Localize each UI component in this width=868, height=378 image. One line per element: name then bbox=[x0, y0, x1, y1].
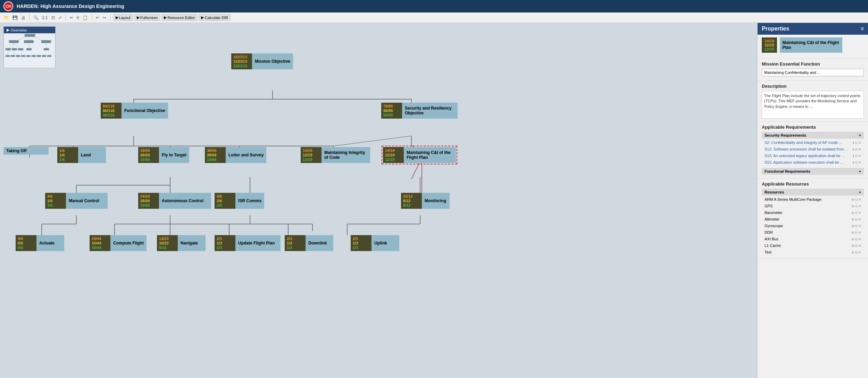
mef-input[interactable] bbox=[762, 69, 864, 76]
node-update-flight-plan[interactable]: 2/3 1/3 1/3 Update Flight Plan bbox=[215, 235, 281, 251]
resource-ddr-remove-icon[interactable]: ✕ bbox=[858, 231, 861, 234]
search-icon[interactable]: 🔍 bbox=[32, 15, 40, 21]
zoom-icon[interactable]: 1:1 bbox=[41, 15, 49, 21]
add-resource-icon[interactable]: + bbox=[859, 190, 861, 194]
node-uplink[interactable]: 2/3 1/3 1/3 Uplink bbox=[351, 235, 399, 251]
resource-text-info-icon[interactable]: ⊙ bbox=[855, 250, 858, 254]
req-s12-text[interactable]: S12: Software processes shall be isolate… bbox=[765, 147, 853, 151]
resource-text-text[interactable]: Text bbox=[765, 250, 851, 254]
svg-rect-20 bbox=[6, 55, 10, 57]
req-s2-info-icon[interactable]: ℹ bbox=[853, 141, 854, 145]
resource-barometer-text[interactable]: Barometer bbox=[765, 211, 851, 215]
resource-alt-minus-icon[interactable]: ⊖ bbox=[851, 217, 854, 221]
node-functional-objective[interactable]: 84/118 66/118 46/118 Functional Objectiv… bbox=[101, 103, 168, 119]
resource-arm-minus-icon[interactable]: ⊖ bbox=[851, 198, 854, 201]
node-maintaining-integrity[interactable]: 14/19 12/19 12/19 Maintaining Integrity … bbox=[301, 147, 370, 163]
req-s12-remove-icon[interactable]: ✕ bbox=[858, 147, 861, 151]
resource-gps-remove-icon[interactable]: ✕ bbox=[858, 204, 861, 208]
resource-altimeter-text[interactable]: Altimeter bbox=[765, 217, 851, 221]
resource-alt-info-icon[interactable]: ⊙ bbox=[855, 217, 858, 221]
cut-icon[interactable]: ✂ bbox=[69, 15, 74, 21]
node-downlink[interactable]: 2/3 1/3 1/3 Downlink bbox=[285, 235, 333, 251]
undo-icon[interactable]: ↩ bbox=[95, 15, 100, 21]
resource-arm-text[interactable]: ARM A Series MultiCore Package bbox=[765, 197, 851, 201]
resource-gyro-remove-icon[interactable]: ✕ bbox=[858, 224, 861, 228]
resource-ddr-minus-icon[interactable]: ⊖ bbox=[851, 231, 854, 234]
resource-arm-remove-icon[interactable]: ✕ bbox=[858, 198, 861, 201]
resource-axi-bus-text[interactable]: AXI Bus bbox=[765, 237, 851, 241]
resource-text-remove-icon[interactable]: ✕ bbox=[858, 250, 861, 254]
resource-ddr-text[interactable]: DDR bbox=[765, 230, 851, 234]
req-s15-text[interactable]: S15: Application software execution shal… bbox=[765, 160, 853, 164]
resource-gps-minus-icon[interactable]: ⊖ bbox=[851, 204, 854, 208]
resource-l1-remove-icon[interactable]: ✕ bbox=[858, 244, 861, 248]
node-maintaining-ci[interactable]: 14/19 12/19 12/19 Maintaining C&I of the… bbox=[383, 147, 456, 163]
security-resiliency-label: Security and Resiliency Objective bbox=[402, 103, 458, 119]
canvas-area[interactable]: ▶ Overview bbox=[0, 23, 757, 378]
print-icon[interactable]: 🖨 bbox=[20, 15, 26, 21]
node-mission-objective[interactable]: 162/213 122/213 102/213 Mission Objectiv… bbox=[231, 53, 293, 69]
resource-baro-info-icon[interactable]: ⊙ bbox=[855, 211, 858, 215]
layout-button[interactable]: ▶ Layout bbox=[113, 14, 133, 21]
resource-text-minus-icon[interactable]: ⊖ bbox=[851, 250, 854, 254]
properties-menu-icon[interactable]: ≡ bbox=[861, 26, 864, 32]
resource-l1-minus-icon[interactable]: ⊖ bbox=[851, 244, 854, 248]
req-s12-link-icon[interactable]: ⊙ bbox=[855, 147, 858, 151]
resource-l1-cache-text[interactable]: L1 Cache bbox=[765, 243, 851, 248]
folder-open-icon[interactable]: 📁 bbox=[3, 15, 10, 21]
req-s12-info-icon[interactable]: ℹ bbox=[853, 147, 854, 151]
node-actuate[interactable]: 0/0 0/0 0/0 Actuate bbox=[16, 235, 64, 251]
node-fly-to-target[interactable]: 34/50 26/50 16/50 Fly to Target bbox=[138, 147, 189, 163]
node-isr-comms[interactable]: 4/6 2/6 2/6 ISR Comms bbox=[215, 193, 264, 209]
add-security-req-icon[interactable]: + bbox=[859, 133, 861, 137]
fit-icon[interactable]: ⊡ bbox=[50, 15, 56, 21]
node-autonomous-control[interactable]: 34/50 26/50 16/50 Autonomous Control bbox=[138, 193, 211, 209]
req-s13-remove-icon[interactable]: ✕ bbox=[858, 154, 861, 158]
resource-axi-remove-icon[interactable]: ✕ bbox=[858, 237, 861, 241]
req-s13-link-icon[interactable]: ⊙ bbox=[855, 154, 858, 158]
node-monitoring[interactable]: 10/12 8/12 8/12 Monitoring bbox=[401, 193, 450, 209]
resource-editor-button[interactable]: ▶ Resource Editor bbox=[161, 14, 197, 21]
resource-gyroscope-text[interactable]: Gyroscope bbox=[765, 224, 851, 228]
req-s13-text[interactable]: S13: An untrusted legacy application sha… bbox=[765, 154, 853, 158]
land-label: Land bbox=[78, 147, 106, 163]
node-loiter-survey[interactable]: 38/56 28/56 18/56 Loiter and Survey bbox=[205, 147, 266, 163]
req-s13-info-icon[interactable]: ℹ bbox=[853, 154, 854, 158]
resource-axi-minus-icon[interactable]: ⊖ bbox=[851, 237, 854, 241]
calculate-dir-button[interactable]: ▶ Calculate DIR bbox=[199, 14, 231, 21]
overview-panel[interactable]: ▶ Overview bbox=[3, 26, 56, 68]
resource-gps-info-icon[interactable]: ⊙ bbox=[855, 204, 858, 208]
req-s2-link-icon[interactable]: ⊙ bbox=[855, 141, 858, 145]
resource-l1-info-icon[interactable]: ⊙ bbox=[855, 244, 858, 248]
req-s2-remove-icon[interactable]: ✕ bbox=[858, 141, 861, 145]
resource-gyro-info-icon[interactable]: ⊙ bbox=[855, 224, 858, 228]
node-compute-flight[interactable]: 19/44 15/44 10/44 Compute Flight bbox=[90, 235, 147, 251]
resource-gyro-minus-icon[interactable]: ⊖ bbox=[851, 224, 854, 228]
resource-axi-info-icon[interactable]: ⊙ bbox=[855, 237, 858, 241]
req-s15-info-icon[interactable]: ℹ bbox=[853, 161, 854, 164]
resource-gps-text[interactable]: GPS bbox=[765, 204, 851, 208]
node-land[interactable]: 1/6 1/6 1/6 Land bbox=[57, 147, 106, 163]
paste-icon[interactable]: 📋 bbox=[82, 15, 89, 21]
node-security-resiliency[interactable]: 78/95 56/95 56/95 Security and Resilienc… bbox=[381, 103, 458, 119]
node-taking-off[interactable]: Taking Off bbox=[3, 147, 49, 155]
node-navigate[interactable]: 13/23 10/23 5/23 Navigate bbox=[157, 235, 206, 251]
expand-icon[interactable]: ⤢ bbox=[57, 15, 63, 21]
resource-ddr-info-icon[interactable]: ⊙ bbox=[855, 231, 858, 234]
node-manual-control[interactable]: 4/6 1/6 1/6 Manual Control bbox=[45, 193, 108, 209]
resource-alt-remove-icon[interactable]: ✕ bbox=[858, 217, 861, 221]
fullscreen-button[interactable]: ▶ Fullscreen bbox=[134, 14, 160, 21]
redo-icon[interactable]: ↪ bbox=[102, 15, 107, 21]
req-s15-link-icon[interactable]: ⊙ bbox=[855, 161, 858, 164]
copy-icon[interactable]: ⎘ bbox=[76, 15, 80, 21]
overview-expand-icon[interactable]: ▶ bbox=[7, 28, 9, 32]
resource-baro-remove-icon[interactable]: ✕ bbox=[858, 211, 861, 215]
save-icon[interactable]: 💾 bbox=[11, 15, 19, 21]
req-s15-remove-icon[interactable]: ✕ bbox=[858, 161, 861, 164]
functional-objective-label: Functional Objective bbox=[122, 103, 168, 119]
resource-baro-minus-icon[interactable]: ⊖ bbox=[851, 211, 854, 215]
req-s2-text[interactable]: S2: Confidentiality and integrity of AP … bbox=[765, 140, 853, 145]
resource-arm-info-icon[interactable]: ⊙ bbox=[855, 198, 858, 201]
overview-title[interactable]: ▶ Overview bbox=[4, 27, 55, 33]
add-functional-req-icon[interactable]: + bbox=[859, 169, 861, 173]
